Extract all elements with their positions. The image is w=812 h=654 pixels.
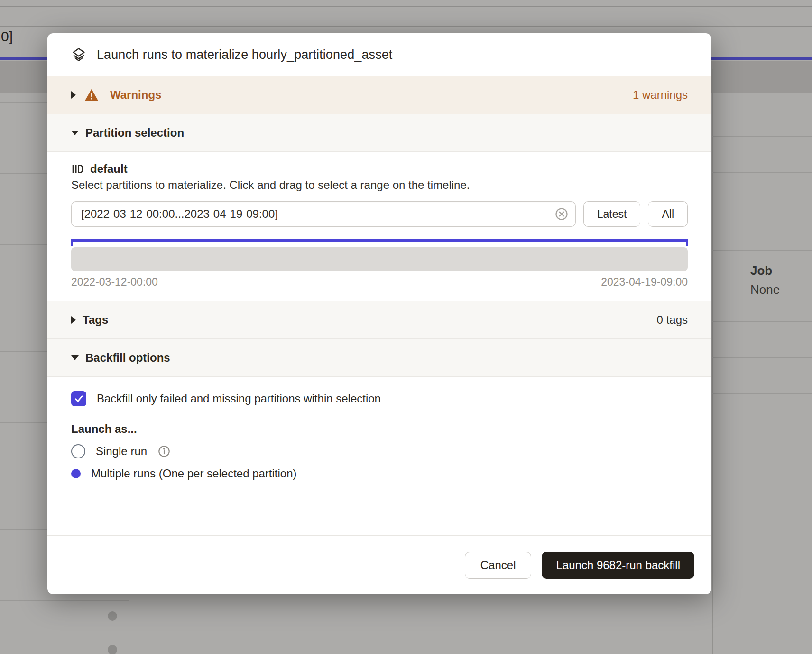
partition-range-input[interactable] <box>71 201 576 227</box>
background-status-dot <box>108 645 117 654</box>
partition-selection-body: default Select partitions to materialize… <box>47 152 711 301</box>
background-row-line <box>712 100 812 100</box>
background-column-divider <box>712 69 713 654</box>
warnings-count: 1 warnings <box>633 88 688 102</box>
chevron-right-icon <box>71 316 76 324</box>
background-row-line <box>712 502 812 502</box>
multiple-runs-label: Multiple runs (One per selected partitio… <box>91 467 297 480</box>
radio-selected-icon[interactable] <box>71 469 81 478</box>
partition-dimension-name: default <box>90 162 128 176</box>
partition-selection-title: Partition selection <box>85 126 184 140</box>
background-row-line <box>712 321 812 322</box>
backfill-failed-missing-checkbox[interactable] <box>71 391 86 406</box>
background-row-line <box>712 136 812 137</box>
warnings-section-header[interactable]: Warnings 1 warnings <box>47 76 711 114</box>
background-row-line <box>712 209 812 209</box>
dialog-title: Launch runs to materialize hourly_partit… <box>97 47 392 62</box>
timeline-end-label: 2023-04-19-09:00 <box>601 276 688 289</box>
single-run-label: Single run <box>96 445 147 458</box>
backfill-options-title: Backfill options <box>85 351 170 364</box>
partition-selection-section-header[interactable]: Partition selection <box>47 114 711 152</box>
backfill-checkbox-label: Backfill only failed and missing partiti… <box>97 392 381 405</box>
launch-as-label: Launch as... <box>71 422 688 436</box>
partition-selection-description: Select partitions to materialize. Click … <box>71 178 688 192</box>
tags-count: 0 tags <box>657 313 688 327</box>
tags-title: Tags <box>83 313 108 327</box>
warnings-label: Warnings <box>110 88 161 102</box>
cancel-button[interactable]: Cancel <box>465 552 532 579</box>
background-row-line <box>0 600 129 601</box>
launch-backfill-button[interactable]: Launch 9682-run backfill <box>542 552 694 579</box>
chevron-right-icon <box>71 91 76 99</box>
background-row-line <box>0 6 812 7</box>
background-row-line <box>0 26 812 27</box>
all-button[interactable]: All <box>648 201 688 227</box>
background-partial-text: 0] <box>1 28 13 45</box>
background-row-line <box>712 466 812 466</box>
timeline-start-label: 2022-03-12-00:00 <box>71 276 158 289</box>
background-row-line <box>712 610 812 610</box>
latest-button[interactable]: Latest <box>583 201 641 227</box>
tags-section-header[interactable]: Tags 0 tags <box>47 301 711 339</box>
background-row-line <box>712 574 812 574</box>
background-row-line <box>712 357 812 358</box>
materialize-icon <box>71 47 86 62</box>
background-job-cell: Job None <box>740 261 811 299</box>
clear-selection-button[interactable] <box>554 206 569 222</box>
multiple-runs-option[interactable]: Multiple runs (One per selected partitio… <box>71 467 688 480</box>
single-run-option[interactable]: Single run <box>71 444 688 458</box>
chevron-down-icon <box>71 355 79 360</box>
info-icon[interactable] <box>157 445 171 458</box>
backfill-options-body: Backfill only failed and missing partiti… <box>47 377 711 480</box>
partition-timeline[interactable] <box>71 247 688 271</box>
background-row-line <box>712 538 812 538</box>
background-job-value: None <box>750 280 811 299</box>
launch-backfill-dialog: Launch runs to materialize hourly_partit… <box>47 33 711 594</box>
radio-unselected-icon[interactable] <box>71 444 85 458</box>
background-row-line <box>712 646 812 646</box>
partition-selection-range-bar[interactable] <box>71 239 688 246</box>
chevron-down-icon <box>71 131 79 135</box>
background-job-header: Job <box>750 261 811 280</box>
background-row-line <box>712 430 812 430</box>
partition-icon <box>71 163 83 175</box>
dialog-footer: Cancel Launch 9682-run backfill <box>47 535 711 594</box>
dialog-header: Launch runs to materialize hourly_partit… <box>47 33 711 76</box>
warning-icon <box>84 88 99 102</box>
background-status-dot <box>108 611 117 621</box>
background-row-line <box>0 636 129 636</box>
background-row-line <box>712 393 812 394</box>
backfill-options-section-header[interactable]: Backfill options <box>47 339 711 377</box>
background-row-line <box>712 172 812 173</box>
background-row-line <box>712 250 812 251</box>
